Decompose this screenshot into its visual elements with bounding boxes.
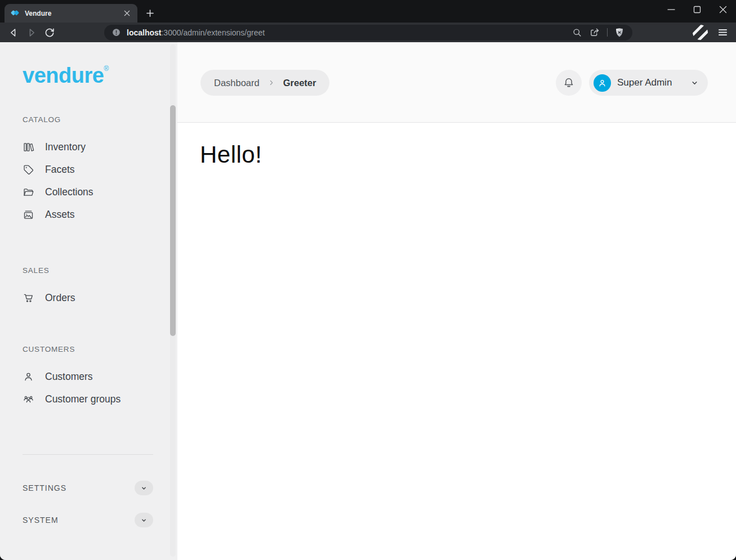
cart-icon bbox=[23, 292, 34, 304]
chevron-down-icon bbox=[139, 516, 149, 525]
browser-titlebar: Vendure bbox=[0, 0, 736, 23]
bell-icon bbox=[562, 76, 576, 89]
user-icon bbox=[23, 371, 34, 383]
window-controls bbox=[658, 0, 736, 19]
system-expand-button[interactable] bbox=[135, 513, 153, 527]
menu-icon[interactable] bbox=[717, 26, 729, 38]
sidebar-item-label: Inventory bbox=[45, 141, 86, 153]
section-label-customers: CUSTOMERS bbox=[23, 344, 177, 355]
folder-icon bbox=[23, 186, 34, 198]
brave-shield-icon[interactable] bbox=[614, 27, 625, 38]
browser-window: Vendure bbox=[0, 0, 736, 560]
notifications-button[interactable] bbox=[556, 70, 582, 96]
user-icon bbox=[597, 78, 608, 88]
sidebar-item-label: Orders bbox=[45, 292, 75, 304]
section-label-settings: SETTINGS bbox=[23, 483, 66, 492]
sidebar-item-label: Customers bbox=[45, 371, 93, 383]
browser-tab[interactable]: Vendure bbox=[5, 4, 137, 23]
extension-content: Hello! bbox=[177, 123, 736, 187]
vendure-favicon-icon bbox=[10, 8, 20, 18]
image-icon bbox=[23, 209, 34, 221]
user-menu-label: Super Admin bbox=[617, 77, 683, 88]
chevron-down-icon bbox=[689, 78, 700, 88]
chevron-down-icon bbox=[139, 483, 149, 493]
library-icon bbox=[23, 141, 34, 153]
url-text: localhost:3000/admin/extensions/greet bbox=[127, 28, 265, 37]
main-header: Dashboard Greeter bbox=[177, 42, 736, 123]
new-tab-icon[interactable] bbox=[142, 6, 158, 21]
sidebar-section-settings: SETTINGS bbox=[23, 478, 177, 498]
browser-toolbar: localhost:3000/admin/extensions/greet bbox=[0, 23, 736, 42]
main-area: Dashboard Greeter bbox=[177, 42, 736, 560]
back-icon[interactable] bbox=[6, 25, 21, 41]
breadcrumb-dashboard[interactable]: Dashboard bbox=[214, 78, 260, 88]
tag-icon bbox=[23, 164, 34, 176]
profile-avatar-icon[interactable] bbox=[693, 25, 708, 40]
section-label-sales: SALES bbox=[23, 265, 177, 276]
users-icon bbox=[23, 393, 34, 405]
share-icon[interactable] bbox=[589, 26, 601, 38]
address-bar[interactable]: localhost:3000/admin/extensions/greet bbox=[104, 25, 632, 41]
section-label-catalog: CATALOG bbox=[23, 114, 177, 126]
sidebar-item-label: Assets bbox=[45, 209, 75, 221]
sidebar-scrollbar-thumb[interactable] bbox=[170, 105, 176, 336]
sidebar: vendure® CATALOG Inventory bbox=[0, 42, 177, 560]
close-window-icon[interactable] bbox=[710, 0, 736, 19]
vendure-logo[interactable]: vendure® bbox=[23, 61, 177, 89]
breadcrumb: Dashboard Greeter bbox=[200, 70, 329, 96]
sidebar-item-orders[interactable]: Orders bbox=[23, 286, 177, 309]
user-avatar bbox=[594, 74, 611, 92]
customers-nav-list: Customers Customer groups bbox=[23, 365, 177, 410]
site-info-icon[interactable] bbox=[111, 28, 121, 37]
sidebar-item-label: Collections bbox=[45, 186, 93, 198]
tab-title: Vendure bbox=[25, 10, 117, 17]
minimize-icon[interactable] bbox=[658, 0, 684, 19]
sidebar-item-customer-groups[interactable]: Customer groups bbox=[23, 388, 177, 410]
sidebar-divider bbox=[23, 454, 153, 455]
catalog-nav-list: Inventory Facets bbox=[23, 136, 177, 226]
tab-close-icon[interactable] bbox=[122, 8, 132, 19]
user-menu-button[interactable]: Super Admin bbox=[589, 70, 708, 96]
sidebar-item-inventory[interactable]: Inventory bbox=[23, 136, 177, 158]
vendure-logo-trademark: ® bbox=[104, 65, 108, 73]
sidebar-item-label: Customer groups bbox=[45, 393, 121, 405]
address-bar-actions bbox=[572, 26, 625, 38]
zoom-icon[interactable] bbox=[572, 27, 583, 38]
url-path: :3000/admin/extensions/greet bbox=[161, 28, 265, 37]
page-title: Hello! bbox=[200, 141, 713, 168]
sidebar-item-collections[interactable]: Collections bbox=[23, 181, 177, 203]
toolbar-separator bbox=[607, 28, 608, 37]
breadcrumb-chevron-icon bbox=[267, 78, 276, 87]
vendure-admin-app: vendure® CATALOG Inventory bbox=[0, 42, 736, 560]
sidebar-item-assets[interactable]: Assets bbox=[23, 203, 177, 226]
sales-nav-list: Orders bbox=[23, 286, 177, 309]
sidebar-item-label: Facets bbox=[45, 164, 75, 176]
breadcrumb-greeter: Greeter bbox=[283, 78, 316, 88]
sidebar-section-system: SYSTEM bbox=[23, 510, 177, 530]
section-label-system: SYSTEM bbox=[23, 516, 59, 525]
url-host: localhost bbox=[127, 28, 161, 37]
toolbar-right-group bbox=[693, 25, 729, 40]
settings-expand-button[interactable] bbox=[135, 481, 153, 495]
sidebar-item-customers[interactable]: Customers bbox=[23, 365, 177, 388]
reload-icon[interactable] bbox=[42, 25, 57, 41]
vendure-logo-text: vendure bbox=[23, 64, 104, 87]
forward-icon[interactable] bbox=[24, 25, 39, 41]
sidebar-item-facets[interactable]: Facets bbox=[23, 158, 177, 181]
maximize-icon[interactable] bbox=[684, 0, 710, 19]
